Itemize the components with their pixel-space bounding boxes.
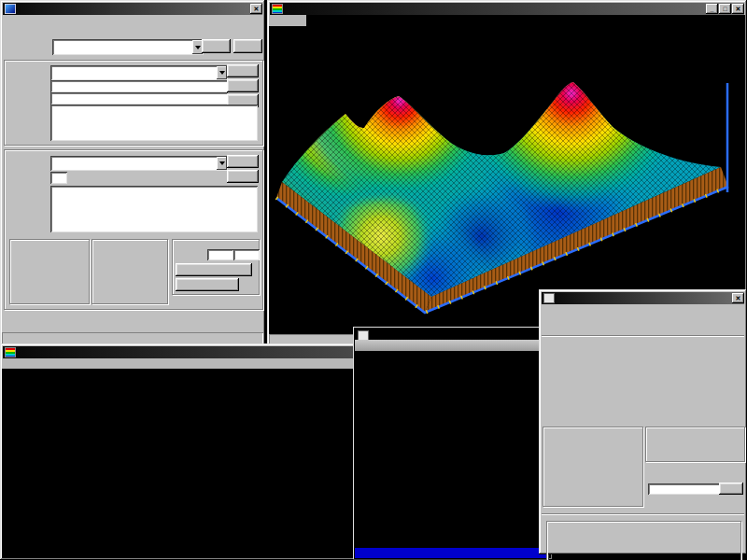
results-group	[546, 521, 741, 560]
subproject-new-button[interactable]	[227, 64, 259, 77]
window-spm: ✕	[0, 0, 265, 351]
project-delete-button[interactable]	[233, 39, 262, 53]
operation-group	[543, 427, 643, 507]
map-comment-field[interactable]	[50, 186, 258, 232]
surface-shading	[269, 15, 745, 334]
surge-window-icon	[5, 347, 16, 357]
3dview-menu[interactable]	[269, 15, 306, 26]
3dview-titlebar[interactable]: _ □ ✕	[270, 3, 744, 15]
window-volume: ✕	[539, 289, 747, 554]
points-coords-field[interactable]	[648, 483, 721, 495]
objects-group	[9, 239, 90, 304]
map-delete-button[interactable]	[227, 170, 259, 183]
spm-window-icon	[5, 4, 16, 14]
project-new-button[interactable]	[202, 39, 231, 53]
map-title-combobox[interactable]	[50, 156, 228, 171]
minimize-icon[interactable]: _	[706, 4, 718, 14]
subproject-title-combobox[interactable]	[50, 65, 228, 80]
surface-3d-plot	[269, 15, 745, 334]
maximize-icon[interactable]: □	[719, 4, 731, 14]
selection-group	[645, 427, 745, 462]
spm-titlebar[interactable]: ✕	[3, 3, 262, 15]
divider	[542, 335, 744, 337]
color-map-levels-button[interactable]	[176, 263, 252, 276]
fmew-table[interactable]	[355, 361, 547, 548]
window-fmew	[353, 327, 549, 560]
subproject-comment-field[interactable]	[50, 105, 258, 141]
desktop: _ □ ✕	[0, 0, 747, 560]
isoline-levels-button[interactable]	[176, 278, 239, 291]
close-icon[interactable]: ✕	[250, 4, 262, 14]
divider	[542, 513, 744, 515]
fmew-statusbar	[355, 548, 547, 558]
chevron-down-icon[interactable]	[217, 66, 227, 79]
close-icon[interactable]: ✕	[732, 4, 744, 14]
points-find-button[interactable]	[719, 483, 743, 495]
3dview-window-icon	[272, 4, 283, 14]
basename-field[interactable]	[50, 80, 228, 92]
suffix-field[interactable]	[50, 172, 67, 184]
fmew-menubar[interactable]	[355, 340, 547, 351]
volume-window-icon	[543, 293, 555, 303]
directory-field[interactable]	[50, 92, 228, 105]
volume-titlebar[interactable]: ✕	[542, 292, 744, 304]
project-combobox[interactable]	[52, 39, 204, 55]
gridsize-y-field[interactable]	[233, 249, 260, 260]
gridsize-x-field[interactable]	[207, 249, 233, 260]
3dview-canvas[interactable]	[269, 15, 745, 334]
parameters-group	[92, 239, 168, 304]
chevron-down-icon[interactable]	[217, 157, 227, 170]
map-new-button[interactable]	[227, 155, 259, 168]
close-icon[interactable]: ✕	[732, 293, 744, 303]
subproject-delete-button[interactable]	[227, 79, 259, 92]
